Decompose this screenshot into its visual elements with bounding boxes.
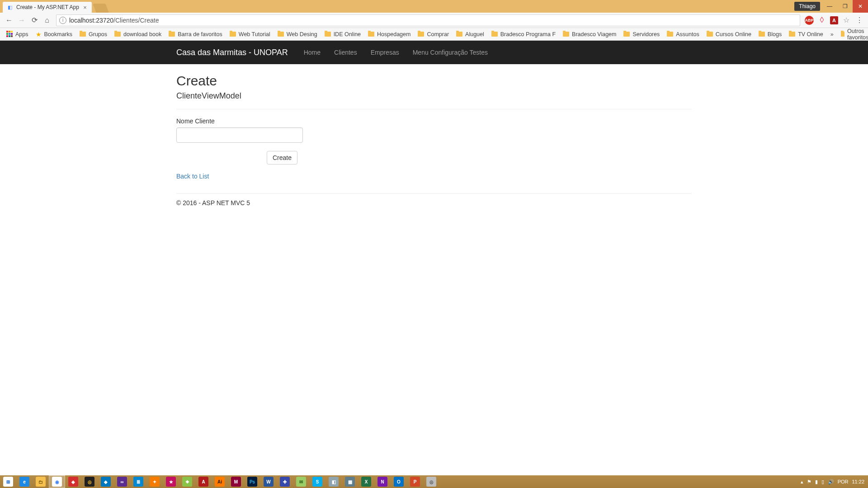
nav-reload-button[interactable]: ⟳ xyxy=(28,14,41,27)
taskbar-excel[interactable]: X xyxy=(358,475,374,488)
bookmark-folder[interactable]: Bradesco Viagem xyxy=(559,28,620,40)
taskbar-word[interactable]: W xyxy=(260,475,277,488)
bookmark-folder[interactable]: TV Online xyxy=(785,28,827,40)
folder-icon xyxy=(707,32,713,37)
chrome-toolbar: ← → ⟳ ⌂ i localhost:23720/Clientes/Creat… xyxy=(0,13,868,28)
form-group-nome: Nome Cliente xyxy=(176,117,692,143)
bookmarks-menu[interactable]: ★ Bookmarks xyxy=(32,28,76,40)
tray-language[interactable]: POR xyxy=(838,479,849,484)
page-container: Create ClienteViewModel Nome Cliente Cre… xyxy=(170,64,698,216)
bookmark-folder[interactable]: Aluguel xyxy=(453,28,488,40)
bookmarks-overflow-button[interactable]: » xyxy=(827,31,837,38)
taskbar-app[interactable]: ✚ xyxy=(277,475,293,488)
folder-icon xyxy=(230,32,236,37)
adblock-icon[interactable]: ABP xyxy=(805,16,814,25)
bookmark-folder[interactable]: Cursos Online xyxy=(703,28,755,40)
bookmark-folder[interactable]: Barra de favoritos xyxy=(165,28,226,40)
bookmark-folder[interactable]: Servidores xyxy=(620,28,663,40)
back-to-list-link[interactable]: Back to List xyxy=(176,173,209,180)
divider xyxy=(176,109,692,109)
nav-link-empresas[interactable]: Empresas xyxy=(364,41,406,64)
bookmark-star-icon[interactable]: ☆ xyxy=(842,16,851,25)
nav-home-button[interactable]: ⌂ xyxy=(41,14,53,27)
taskbar-app[interactable]: M xyxy=(228,475,244,488)
taskbar-app[interactable]: ◧ xyxy=(326,475,342,488)
apps-button[interactable]: Apps xyxy=(3,28,32,40)
folder-icon xyxy=(841,32,844,37)
bookmark-folder[interactable]: Comprar xyxy=(414,28,453,40)
taskbar-outlook[interactable]: O xyxy=(391,475,407,488)
bookmark-folder[interactable]: Hospedagem xyxy=(364,28,414,40)
bookmarks-bar: Apps ★ Bookmarks Grupos download book Ba… xyxy=(0,28,868,41)
taskbar-photoshop[interactable]: Ps xyxy=(244,475,260,488)
tray-chevron-icon[interactable]: ▴ xyxy=(801,479,803,485)
taskbar-ie[interactable]: e xyxy=(16,475,33,488)
taskbar-chrome[interactable]: ◉ xyxy=(49,475,65,488)
taskbar-powerpoint[interactable]: P xyxy=(407,475,423,488)
tray-clock[interactable]: 11:22 xyxy=(852,479,864,484)
taskbar-vscode[interactable]: ≣ xyxy=(130,475,146,488)
tray-network-icon[interactable]: ▯ xyxy=(821,479,824,485)
tray-flag-icon[interactable]: ⚑ xyxy=(807,479,811,485)
taskbar-app[interactable]: ✦ xyxy=(146,475,163,488)
folder-icon xyxy=(759,32,765,37)
browser-tab[interactable]: ◧ Create - My ASP.NET App × xyxy=(3,2,92,13)
tray-volume-icon[interactable]: 🔊 xyxy=(828,479,834,485)
bookmark-folder[interactable]: Web Desing xyxy=(274,28,321,40)
taskbar-app[interactable]: ◎ xyxy=(81,475,98,488)
window-close-button[interactable]: ✕ xyxy=(853,0,868,13)
page-subtitle: ClienteViewModel xyxy=(176,91,692,101)
bookmark-folder[interactable]: Grupos xyxy=(76,28,111,40)
taskbar-app[interactable]: ❖ xyxy=(179,475,195,488)
window-restore-button[interactable]: ❐ xyxy=(837,0,853,13)
folder-icon xyxy=(325,32,331,37)
tray-battery-icon[interactable]: ▮ xyxy=(815,479,818,485)
window-minimize-button[interactable]: — xyxy=(822,0,837,13)
taskbar-visual-studio[interactable]: ∞ xyxy=(114,475,130,488)
taskbar-app[interactable]: ◈ xyxy=(65,475,81,488)
star-icon: ★ xyxy=(36,31,42,38)
app-brand[interactable]: Casa das Marmitas - UNOPAR xyxy=(176,48,288,57)
taskbar-app[interactable]: ★ xyxy=(163,475,179,488)
bookmarks-label: Bookmarks xyxy=(44,31,73,38)
chrome-tab-strip: ◧ Create - My ASP.NET App × Thiago — ❐ ✕ xyxy=(0,0,868,13)
bookmark-folder[interactable]: Assuntos xyxy=(663,28,703,40)
bookmark-folder[interactable]: Blogs xyxy=(755,28,785,40)
new-tab-button[interactable] xyxy=(93,4,108,13)
address-bar[interactable]: i localhost:23720/Clientes/Create xyxy=(56,14,800,26)
nav-link-menu-config[interactable]: Menu Configuração Testes xyxy=(406,41,495,64)
folder-icon xyxy=(667,32,673,37)
bookmark-folder[interactable]: IDE Online xyxy=(321,28,364,40)
site-info-icon[interactable]: i xyxy=(59,17,66,24)
acrobat-icon[interactable]: A xyxy=(830,16,838,24)
bookmark-folder[interactable]: Bradesco Programa F xyxy=(488,28,559,40)
nav-link-home[interactable]: Home xyxy=(297,41,327,64)
pocket-icon[interactable]: ◊ xyxy=(817,16,826,25)
bookmark-folder[interactable]: Web Tutorial xyxy=(226,28,274,40)
chrome-menu-icon[interactable]: ⋮ xyxy=(854,16,863,25)
folder-icon xyxy=(789,32,795,37)
taskbar-skype[interactable]: S xyxy=(309,475,326,488)
taskbar-app[interactable]: ◎ xyxy=(423,475,439,488)
folder-icon xyxy=(278,32,284,37)
nav-back-button[interactable]: ← xyxy=(3,14,15,27)
taskbar-onenote[interactable]: N xyxy=(374,475,391,488)
taskbar-acrobat[interactable]: A xyxy=(195,475,212,488)
nav-link-clientes[interactable]: Clientes xyxy=(327,41,364,64)
bookmark-folder[interactable]: download book xyxy=(111,28,165,40)
input-nome-cliente[interactable] xyxy=(176,127,303,143)
system-tray[interactable]: ▴ ⚑ ▮ ▯ 🔊 POR 11:22 xyxy=(797,479,868,485)
taskbar-app[interactable]: ✉ xyxy=(293,475,309,488)
create-button[interactable]: Create xyxy=(267,151,297,164)
nav-forward-button[interactable]: → xyxy=(15,14,28,27)
other-bookmarks-button[interactable]: Outros favoritos xyxy=(837,28,868,41)
close-tab-icon[interactable]: × xyxy=(82,4,88,10)
taskbar-app[interactable]: ▦ xyxy=(342,475,358,488)
taskbar-illustrator[interactable]: Ai xyxy=(212,475,228,488)
folder-icon xyxy=(563,32,569,37)
taskbar-app[interactable]: ◆ xyxy=(98,475,114,488)
taskbar-explorer[interactable]: 🗀 xyxy=(33,475,49,488)
start-button[interactable]: ⊞ xyxy=(0,475,16,488)
footer-text: © 2016 - ASP NET MVC 5 xyxy=(176,199,692,206)
chrome-user-chip[interactable]: Thiago xyxy=(794,2,820,11)
